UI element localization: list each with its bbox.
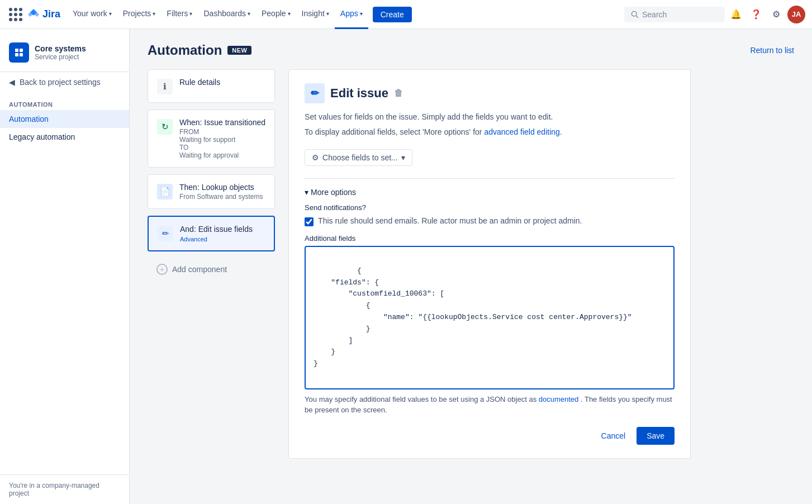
rule-step-lookup[interactable]: 📄 Then: Lookup objects From Software and… [148, 174, 275, 209]
checkbox-row: This rule should send emails. Rule actor… [305, 216, 675, 226]
panel-title-icon: ✏ [305, 83, 325, 103]
lookup-icon: 📄 [157, 184, 173, 199]
panel-desc1: Set values for fields on the issue. Simp… [305, 111, 675, 123]
sidebar: Core systems Service project ◀ Back to p… [0, 29, 130, 504]
notifications-button[interactable]: 🔔 [727, 6, 745, 23]
edit-panel: ✏ Edit issue 🗑 Set values for fields on … [288, 69, 691, 459]
rule-step-details[interactable]: ℹ Rule details [148, 69, 275, 103]
people-chevron: ▾ [288, 11, 291, 17]
new-badge: NEW [227, 46, 251, 55]
back-to-project-settings[interactable]: ◀ Back to project settings [0, 72, 129, 92]
documented-link[interactable]: documented [539, 395, 579, 403]
main-nav: Your work ▾ Projects ▾ Filters ▾ Dashboa… [67, 0, 368, 29]
apps-chevron: ▾ [360, 11, 363, 17]
edit-icon: ✏ [158, 226, 173, 241]
back-arrow-icon: ◀ [9, 78, 15, 87]
svg-rect-5 [20, 53, 23, 56]
rule-step-edit[interactable]: ✏ And: Edit issue fields Advanced [148, 216, 275, 251]
panel-title-text: Edit issue [330, 86, 388, 101]
trigger-subtitle: FROM Waiting for support TO Waiting for … [179, 128, 265, 159]
svg-point-0 [631, 11, 637, 16]
edit-title: And: Edit issue fields [180, 225, 265, 234]
lookup-title: Then: Lookup objects [179, 183, 265, 192]
insight-chevron: ▾ [326, 11, 329, 17]
project-name: Core systems [35, 44, 86, 53]
add-circle-icon: + [156, 264, 168, 275]
people-nav[interactable]: People ▾ [256, 0, 296, 29]
dashboards-nav[interactable]: Dashboards ▾ [198, 0, 256, 29]
create-button[interactable]: Create [373, 7, 412, 22]
add-component-button[interactable]: + Add component [148, 258, 275, 280]
field-hint: You may specify additional field values … [305, 394, 675, 416]
sidebar-item-legacy-automation[interactable]: Legacy automation [0, 128, 129, 146]
svg-rect-3 [20, 49, 23, 52]
page-layout: Core systems Service project ◀ Back to p… [0, 29, 812, 504]
page-title: Automation [148, 42, 222, 58]
project-info: Core systems Service project [0, 38, 129, 72]
rule-steps: ℹ Rule details ↻ When: Issue transitione… [148, 69, 275, 459]
svg-rect-2 [15, 49, 18, 52]
sidebar-item-automation[interactable]: Automation [0, 110, 129, 128]
rule-details-icon: ℹ [157, 79, 173, 94]
code-content: { "fields": { "customfield_10063": [ { "… [314, 267, 632, 368]
lookup-subtitle: From Software and systems [179, 193, 265, 201]
edit-tag: Advanced [180, 236, 265, 243]
insight-nav[interactable]: Insight ▾ [296, 0, 335, 29]
trigger-title: When: Issue transitioned [179, 118, 265, 127]
additional-fields-label: Additional fields [305, 234, 675, 243]
svg-rect-4 [15, 53, 18, 56]
sidebar-footer: You're in a company-managed project [0, 474, 129, 504]
main-content: Automation NEW Return to list ℹ Rule det… [130, 29, 812, 504]
help-button[interactable]: ❓ [747, 6, 765, 23]
panel-title-area: ✏ Edit issue 🗑 [305, 83, 675, 103]
gear-icon: ⚙ [312, 153, 319, 162]
chevron-down-icon: ▾ [401, 153, 405, 162]
project-icon [9, 42, 29, 63]
rule-step-title: Rule details [179, 78, 265, 87]
delete-icon[interactable]: 🗑 [394, 88, 403, 98]
your-work-nav[interactable]: Your work ▾ [67, 0, 117, 29]
return-to-list-link[interactable]: Return to list [750, 46, 794, 55]
page-title-area: Automation NEW [148, 42, 251, 58]
project-type: Service project [35, 53, 86, 61]
divider [305, 178, 675, 179]
rule-step-trigger[interactable]: ↻ When: Issue transitioned FROM Waiting … [148, 110, 275, 168]
search-input[interactable] [642, 10, 709, 19]
filters-nav[interactable]: Filters ▾ [161, 0, 198, 29]
topnav: Jira Your work ▾ Projects ▾ Filters ▾ Da… [0, 0, 812, 29]
panel-desc2: To display additional fields, select 'Mo… [305, 126, 675, 138]
send-notifications-label: Send notifications? [305, 203, 675, 212]
svg-line-1 [636, 16, 638, 18]
dashboards-chevron: ▾ [248, 11, 250, 17]
filters-chevron: ▾ [189, 11, 192, 17]
save-button[interactable]: Save [637, 427, 675, 445]
advanced-field-editing-link[interactable]: advanced field editing [484, 127, 559, 136]
automation-section-label: AUTOMATION [0, 97, 129, 110]
chevron-up-icon: ▾ [305, 188, 308, 197]
content-area: ℹ Rule details ↻ When: Issue transitione… [148, 69, 794, 459]
send-emails-checkbox[interactable] [305, 217, 314, 226]
panel-actions: Cancel Save [305, 427, 675, 445]
page-header: Automation NEW Return to list [148, 42, 794, 58]
additional-fields-editor[interactable]: { "fields": { "customfield_10063": [ { "… [305, 246, 675, 389]
search-icon [631, 11, 639, 18]
projects-nav[interactable]: Projects ▾ [117, 0, 162, 29]
grid-menu-icon[interactable] [7, 6, 25, 23]
projects-chevron: ▾ [153, 11, 155, 17]
jira-logo[interactable]: Jira [27, 8, 60, 21]
search-box[interactable] [624, 7, 725, 22]
user-avatar[interactable]: JA [787, 6, 805, 23]
cancel-button[interactable]: Cancel [596, 428, 631, 444]
your-work-chevron: ▾ [109, 11, 112, 17]
choose-fields-button[interactable]: ⚙ Choose fields to set... ▾ [305, 149, 412, 166]
trigger-icon: ↻ [157, 119, 173, 135]
checkbox-label: This rule should send emails. Rule actor… [318, 216, 582, 225]
settings-button[interactable]: ⚙ [767, 6, 785, 23]
apps-nav[interactable]: Apps ▾ [335, 0, 368, 29]
more-options-toggle[interactable]: ▾ More options [305, 188, 675, 197]
